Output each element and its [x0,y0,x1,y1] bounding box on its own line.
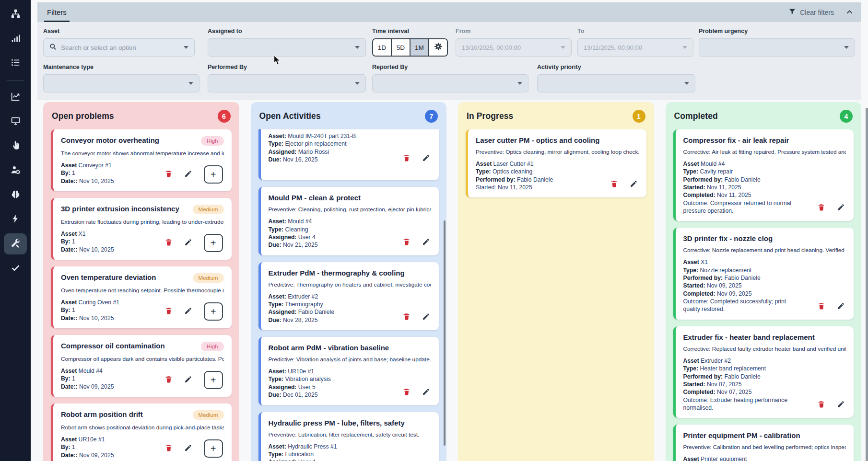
performed-by-dropdown[interactable] [208,74,366,92]
pencil-icon [422,154,430,163]
assigned-to-dropdown[interactable] [208,38,366,57]
maintenance-type-dropdown[interactable] [43,74,199,92]
delete-button[interactable] [402,153,411,164]
completed-card[interactable]: Extruder fix - heater band replacement C… [673,326,854,418]
card-title: Extruder fix - heater band replacement [683,333,815,341]
page-scrollbar[interactable] [866,108,868,461]
completed-card[interactable]: Compressor fix - air leak repair Correct… [673,129,854,221]
add-activity-button[interactable]: + [204,439,223,458]
card-actions: + [164,234,223,252]
collapse-filters-button[interactable] [845,8,854,16]
edit-button[interactable] [422,154,430,163]
sidebar-item-ai[interactable] [4,184,27,206]
from-datetime-input[interactable]: 13/10/2025, 00:00:00 [456,38,572,57]
trash-icon [164,443,173,454]
interval-1m-button[interactable]: 1M [411,39,429,56]
activity-card[interactable]: Robot arm PdM - vibration baseline Predi… [258,337,439,405]
sidebar-item-trends[interactable] [4,87,27,108]
field-label: Outcome: [683,298,709,305]
sidebar-item-analytics[interactable] [4,28,27,49]
asset-search-input[interactable] [61,44,179,51]
sidebar-item-monitoring[interactable] [4,111,27,132]
add-activity-button[interactable]: + [204,234,223,252]
problem-card[interactable]: Oven temperature deviationMedium Oven te… [51,266,232,328]
plus-icon: + [211,238,216,249]
problem-card[interactable]: Conveyor motor overheatingHigh The conve… [51,129,232,191]
sidebar-item-tasks[interactable] [4,258,27,279]
activity-priority-dropdown[interactable] [537,74,695,92]
delete-button[interactable] [164,443,173,454]
sidebar-item-maintenance[interactable] [4,233,27,254]
sitemap-icon [11,9,21,21]
in-progress-card[interactable]: Laser cutter PM - optics and cooling Pre… [466,129,646,197]
activity-card[interactable]: Asset: Mould IM-240T part 231-B Type: Ej… [258,129,439,180]
sidebar-item-list[interactable] [4,53,27,74]
card-actions [402,312,430,323]
add-activity-button[interactable]: + [204,371,223,389]
chevron-down-icon [517,82,522,85]
activity-card[interactable]: Extruder PdM - thermography & cooling Pr… [258,262,439,330]
interval-1d-label: 1D [378,44,386,51]
problem-card[interactable]: Robot arm position driftMedium Robot arm… [51,403,232,461]
delete-button[interactable] [402,312,411,323]
problem-urgency-dropdown[interactable] [699,38,855,57]
delete-button[interactable] [164,169,173,180]
delete-button[interactable] [402,387,411,398]
delete-button[interactable] [817,301,825,312]
tab-filters[interactable]: Filters [44,2,70,22]
edit-button[interactable] [422,388,430,397]
delete-button[interactable] [164,238,173,248]
edit-button[interactable] [422,312,430,322]
card-fields: Asset: Mould #4 Type: Cleaning Assigned:… [269,218,385,249]
priority-badge: Medium [193,205,224,214]
sidebar-item-actions[interactable] [4,136,27,157]
maintenance-type-label: Maintenance type [43,64,199,70]
card-title: Compressor oil contamination [61,342,165,350]
sidebar-item-energy[interactable] [4,209,27,230]
card-description: Predictive: Thermography on heaters and … [269,281,432,288]
interval-5d-button[interactable]: 5D [392,39,411,56]
problem-card[interactable]: 3D printer extrusion inconsistencyMedium… [51,198,232,260]
field-value: 1 [72,375,75,382]
sidebar-item-operators[interactable] [4,160,27,181]
edit-button[interactable] [184,307,192,316]
add-activity-button[interactable]: + [204,302,223,321]
delete-button[interactable] [817,203,825,213]
pencil-icon [184,444,192,453]
delete-button[interactable] [164,375,173,385]
clear-filters-button[interactable]: Clear filters [788,8,834,17]
time-interval-group: 1D 5D 1M [372,38,448,57]
edit-button[interactable] [184,444,192,453]
delete-button[interactable] [402,237,411,248]
activity-card[interactable]: Hydraulic press PM - lube, filters, safe… [258,412,439,461]
edit-button[interactable] [184,170,192,179]
priority-badge: High [201,136,224,146]
problem-card[interactable]: Compressor oil contaminationHigh Compres… [51,335,232,397]
asset-combobox[interactable] [43,38,195,57]
check-icon [11,263,21,275]
field-value: Cleaning [285,226,308,233]
delete-button[interactable] [817,400,825,410]
interval-settings-button[interactable] [429,39,447,56]
edit-button[interactable] [630,180,638,189]
reported-by-dropdown[interactable] [372,74,528,92]
sidebar-item-hierarchy[interactable] [4,4,27,25]
card-actions [817,301,845,312]
completed-card[interactable]: 3D printer fix - nozzle clog Corrective:… [673,228,854,319]
to-datetime-input[interactable]: 13/11/2025, 00:00:00 [577,38,693,57]
completed-card[interactable]: Printer equipment PM - calibration Preve… [673,425,854,461]
edit-button[interactable] [184,375,192,385]
activities-scrollbar[interactable] [444,220,446,446]
field-value: Printer equipment [701,456,747,461]
interval-1d-button[interactable]: 1D [373,39,392,56]
activity-card[interactable]: Mould PM - clean & protect Preventive: C… [258,187,439,255]
delete-button[interactable] [164,306,173,317]
delete-button[interactable] [610,179,618,190]
edit-button[interactable] [837,400,845,410]
edit-button[interactable] [184,238,192,248]
add-activity-button[interactable]: + [204,165,223,184]
edit-button[interactable] [422,238,430,247]
edit-button[interactable] [837,203,845,213]
card-description: Extrusion rate fluctuates during printin… [61,219,224,225]
edit-button[interactable] [837,302,845,311]
